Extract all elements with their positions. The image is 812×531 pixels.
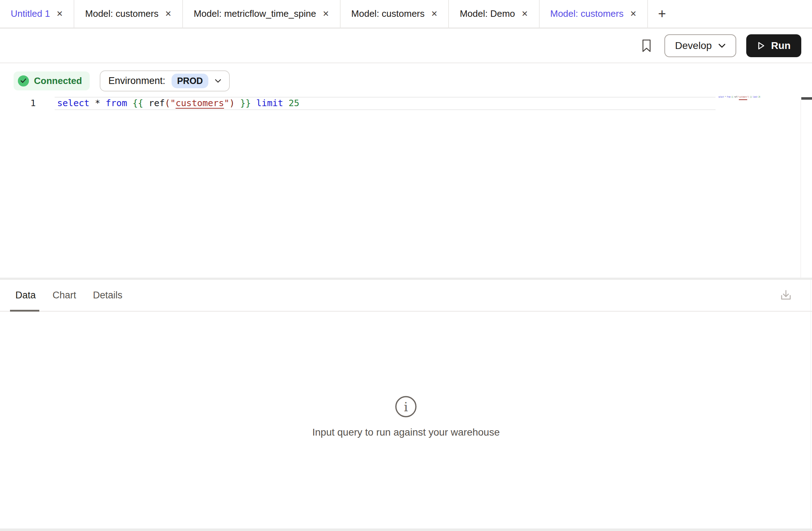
close-icon[interactable]: ✕ [630, 10, 637, 18]
code-token [283, 98, 288, 108]
code-token [89, 98, 95, 108]
info-icon: i [395, 395, 417, 418]
code-token [100, 98, 105, 108]
results-scrollbar-track [811, 280, 811, 528]
close-icon[interactable]: ✕ [521, 10, 528, 18]
code-token: {{ [133, 98, 143, 108]
code-token: }} [240, 98, 251, 108]
tab-model-metricflow-time-spine[interactable]: Model: metricflow_time_spine✕ [183, 0, 341, 28]
bottom-scrollbar-track [0, 528, 812, 531]
develop-label: Develop [675, 40, 712, 51]
tab-label: Model: metricflow_time_spine [194, 8, 316, 19]
editor-line-number: 1 [21, 98, 36, 108]
minimap-token: select [718, 95, 724, 98]
code-token: ( [165, 98, 170, 108]
results-tabs: DataChartDetails [15, 290, 123, 301]
minimap-token: 25 [758, 95, 760, 98]
close-icon[interactable]: ✕ [56, 10, 63, 18]
empty-state: i Input query to run against your wareho… [312, 395, 500, 438]
tab-label: Model: Demo [460, 8, 515, 19]
close-icon[interactable]: ✕ [165, 10, 171, 18]
code-token: limit [256, 98, 283, 108]
results-tab-details[interactable]: Details [93, 290, 123, 301]
tab-label: Model: customers [85, 8, 158, 19]
tab-untitled-1[interactable]: Untitled 1✕ [0, 0, 74, 28]
run-label: Run [771, 40, 791, 51]
code-token [235, 98, 240, 108]
results-tab-chart[interactable]: Chart [53, 290, 76, 301]
tab-model-demo[interactable]: Model: Demo✕ [449, 0, 539, 28]
code-token: 25 [288, 98, 299, 108]
develop-button[interactable]: Develop [664, 34, 736, 57]
check-circle-icon [18, 75, 29, 86]
results-panel-header: DataChartDetails [0, 280, 812, 312]
code-token: * [95, 98, 100, 108]
editor-minimap[interactable]: select * from {{ ref("customers") }} lim… [718, 95, 760, 98]
chevron-down-icon [718, 44, 726, 48]
run-button[interactable]: Run [746, 34, 801, 57]
code-token: from [106, 98, 127, 108]
minimap-token: limit [753, 95, 757, 98]
code-token: customers [175, 98, 224, 108]
connected-label: Connected [34, 75, 82, 86]
tab-model-customers[interactable]: Model: customers✕ [74, 0, 183, 28]
editor-scrollbar-thumb[interactable] [801, 97, 812, 100]
minimap-token: from [727, 95, 730, 98]
download-button[interactable] [778, 287, 794, 304]
download-icon [779, 288, 793, 303]
tab-label: Model: customers [351, 8, 425, 19]
plus-icon: + [658, 6, 666, 21]
connection-status-badge: Connected [14, 71, 90, 90]
play-icon [757, 41, 766, 50]
tab-model-customers[interactable]: Model: customers✕ [540, 0, 648, 28]
environment-value-badge: PROD [172, 74, 208, 88]
close-icon[interactable]: ✕ [322, 10, 329, 18]
empty-state-message: Input query to run against your warehous… [312, 427, 500, 438]
code-token [251, 98, 256, 108]
editor-workspace: Connected Environment: PROD 1 select * f… [0, 63, 812, 278]
code-line[interactable]: select * from {{ ref("customers") }} lim… [57, 98, 299, 108]
bookmark-button[interactable] [639, 35, 654, 56]
tab-label: Untitled 1 [11, 8, 50, 19]
code-token: select [57, 98, 89, 108]
close-icon[interactable]: ✕ [431, 10, 437, 18]
chevron-down-icon [215, 79, 221, 83]
tab-model-customers[interactable]: Model: customers✕ [341, 0, 449, 28]
toolbar: Develop Run [0, 29, 812, 63]
status-row: Connected Environment: PROD [14, 70, 230, 92]
results-panel-body: i Input query to run against your wareho… [0, 312, 812, 528]
code-token: " [224, 98, 229, 108]
tab-label: Model: customers [550, 8, 624, 19]
code-token [143, 98, 149, 108]
code-token: ref [149, 98, 165, 108]
environment-select[interactable]: Environment: PROD [100, 70, 229, 91]
minimap-token: customers [739, 95, 747, 98]
tabs-container: Untitled 1✕Model: customers✕Model: metri… [0, 0, 648, 28]
ide-window: Untitled 1✕Model: customers✕Model: metri… [0, 0, 812, 531]
svg-text:i: i [404, 400, 408, 414]
new-tab-button[interactable]: + [648, 0, 676, 28]
tab-bar: Untitled 1✕Model: customers✕Model: metri… [0, 0, 812, 29]
environment-label: Environment: [108, 75, 165, 86]
code-token [127, 98, 133, 108]
bookmark-icon [641, 39, 652, 53]
editor-scrollbar-track [801, 100, 801, 278]
code-token: ) [229, 98, 235, 108]
code-token: " [170, 98, 175, 108]
results-tab-data[interactable]: Data [15, 290, 36, 301]
